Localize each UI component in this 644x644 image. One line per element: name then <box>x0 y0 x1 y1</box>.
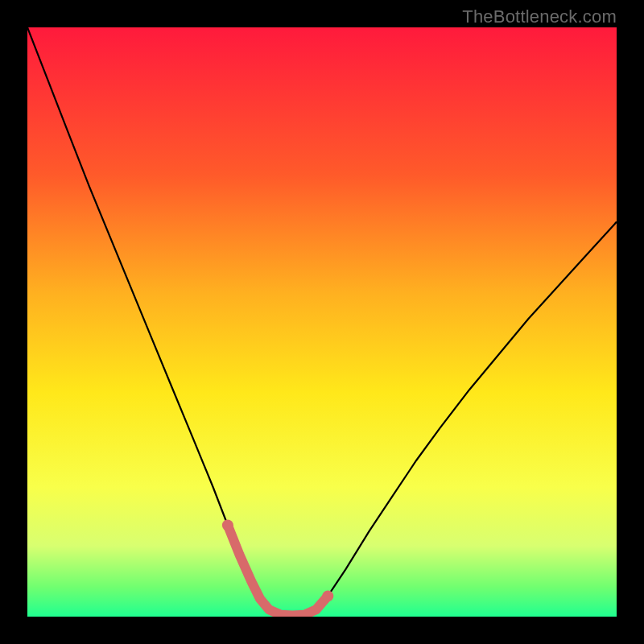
watermark-text: TheBottleneck.com <box>462 6 617 27</box>
chart-frame: TheBottleneck.com <box>0 0 644 644</box>
optimal-range-highlight <box>228 526 328 616</box>
bottleneck-curve <box>27 27 617 616</box>
highlight-dot-right <box>322 590 333 601</box>
curve-layer <box>27 27 617 617</box>
highlight-dot-left <box>222 520 233 531</box>
plot-area <box>27 27 617 617</box>
